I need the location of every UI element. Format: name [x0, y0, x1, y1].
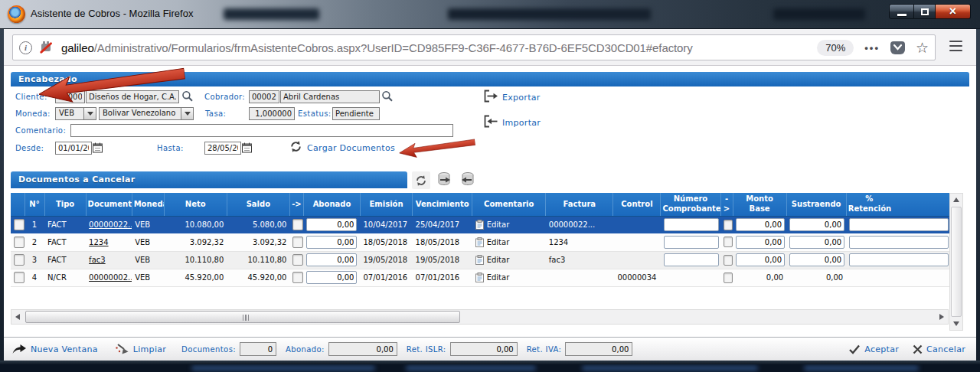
nueva-ventana-button[interactable]: Nueva Ventana: [11, 344, 98, 354]
comprobante-input[interactable]: [664, 236, 719, 249]
monto-base-input[interactable]: [736, 236, 785, 249]
documentos-total-field[interactable]: [240, 342, 276, 356]
moneda-code-dropdown[interactable]: VEB: [55, 107, 96, 120]
apply-checkbox[interactable]: [724, 272, 733, 283]
apply-checkbox[interactable]: [724, 220, 733, 230]
col-control[interactable]: Control: [613, 193, 661, 216]
sustraendo-input[interactable]: [789, 236, 844, 249]
documento-link[interactable]: 00000002...: [89, 273, 132, 282]
apply-checkbox[interactable]: [292, 237, 303, 248]
exportar-icon[interactable]: [484, 90, 498, 106]
editar-link[interactable]: Editar: [487, 273, 510, 282]
url-bar[interactable]: i galileo/Administrativo/Formularios/frm…: [12, 34, 936, 60]
exportar-link[interactable]: Exportar: [502, 93, 541, 103]
col-arrow2[interactable]: ->: [720, 193, 733, 216]
estatus-field[interactable]: [332, 107, 380, 120]
desde-calendar-icon[interactable]: [93, 142, 103, 156]
row-select-checkbox[interactable]: [14, 219, 24, 230]
plugin-blocked-icon[interactable]: [39, 41, 53, 54]
cliente-search-icon[interactable]: [181, 90, 194, 106]
col-arrow1[interactable]: ->: [289, 193, 303, 216]
col-documento[interactable]: Documento: [86, 193, 132, 216]
apply-checkbox[interactable]: [724, 237, 733, 247]
col-factura[interactable]: Factura: [546, 193, 613, 216]
editar-link[interactable]: Editar: [487, 238, 510, 246]
url-text[interactable]: galileo/Administrativo/Formularios/frmAs…: [61, 41, 817, 54]
table-row[interactable]: 2 FACT 1234 VEB 3.092,32 3.092,32 18/05/…: [11, 233, 949, 251]
col-monto-base[interactable]: Monto Base: [733, 193, 786, 216]
sustraendo-input[interactable]: [789, 253, 844, 266]
apply-checkbox[interactable]: [292, 272, 303, 283]
scroll-up-icon[interactable]: [953, 197, 959, 202]
table-row[interactable]: 3 FACT fac3 VEB 10.110,80 10.110,80 19/0…: [11, 251, 949, 269]
scroll-down-icon[interactable]: [953, 321, 959, 326]
close-button[interactable]: ×: [936, 4, 971, 19]
minimize-button[interactable]: [889, 4, 914, 19]
window-titlebar[interactable]: Asistente de Cobros - Mozilla Firefox ×: [0, 0, 980, 29]
scroll-left-icon[interactable]: [15, 314, 20, 320]
col-vencimiento[interactable]: Vencimiento: [413, 193, 472, 216]
importar-icon[interactable]: [484, 115, 498, 131]
moneda-name-dropdown[interactable]: Bolivar Venezolano: [99, 107, 194, 120]
db-export-icon[interactable]: [436, 171, 453, 191]
db-import-icon[interactable]: [459, 171, 476, 191]
documento-link[interactable]: 1234: [89, 238, 108, 246]
monto-base-input[interactable]: [736, 218, 785, 231]
pocket-icon[interactable]: [890, 41, 905, 54]
retencion-input[interactable]: [849, 253, 949, 266]
limpiar-button[interactable]: Limpiar: [115, 343, 166, 355]
page-actions-icon[interactable]: •••: [864, 42, 880, 54]
col-sustraendo[interactable]: Sustraendo: [786, 193, 846, 216]
desde-date-input[interactable]: [55, 142, 92, 155]
row-select-checkbox[interactable]: [14, 254, 24, 266]
col-neto[interactable]: Neto: [164, 193, 227, 216]
cargar-documentos-link[interactable]: Cargar Documentos: [307, 143, 395, 153]
dropdown-arrow-icon[interactable]: [83, 107, 96, 120]
vertical-scroll-thumb[interactable]: [951, 207, 962, 317]
col-comentario[interactable]: Comentario: [472, 193, 546, 216]
cobrador-code-field[interactable]: [249, 90, 279, 103]
abonado-input[interactable]: [306, 253, 357, 266]
aceptar-button[interactable]: Aceptar: [848, 344, 899, 354]
scroll-right-icon[interactable]: [939, 314, 944, 320]
documento-link[interactable]: fac3: [89, 256, 106, 264]
comprobante-input[interactable]: [664, 218, 719, 231]
zoom-level-badge[interactable]: 70%: [817, 40, 854, 56]
cobrador-search-icon[interactable]: [381, 90, 394, 106]
grid-horizontal-scrollbar[interactable]: [11, 309, 949, 325]
ret-iva-field[interactable]: [565, 342, 632, 356]
dropdown-arrow-icon[interactable]: [181, 107, 194, 120]
sustraendo-input[interactable]: [789, 218, 844, 231]
apply-checkbox[interactable]: [724, 255, 733, 266]
apply-checkbox[interactable]: [292, 219, 303, 230]
site-info-icon[interactable]: i: [19, 41, 32, 54]
col-tipo[interactable]: Tipo: [44, 193, 86, 216]
col-abonado[interactable]: Abonado: [303, 193, 360, 216]
row-select-checkbox[interactable]: [14, 272, 24, 283]
apply-checkbox[interactable]: [292, 254, 303, 266]
col-emision[interactable]: Emisión: [361, 193, 413, 216]
abonado-input[interactable]: [306, 218, 357, 231]
cobrador-name-field[interactable]: [280, 90, 380, 103]
cargar-refresh-icon[interactable]: [289, 140, 302, 156]
col-moneda[interactable]: Moneda: [132, 193, 164, 216]
hasta-date-input[interactable]: [204, 142, 241, 155]
row-select-checkbox[interactable]: [14, 237, 24, 248]
monto-base-input[interactable]: [736, 253, 785, 266]
col-select[interactable]: [11, 193, 24, 216]
importar-link[interactable]: Importar: [502, 118, 541, 128]
retencion-input[interactable]: [849, 218, 949, 231]
abonado-input[interactable]: [306, 236, 357, 249]
col-num-comprobante[interactable]: Número Comprobante: [661, 193, 720, 216]
documento-link[interactable]: 00000022...: [89, 220, 132, 229]
col-retencion[interactable]: % Retención: [846, 193, 949, 216]
bookmark-star-icon[interactable]: ☆: [916, 41, 929, 55]
col-saldo[interactable]: Saldo: [227, 193, 289, 216]
horizontal-scroll-thumb[interactable]: [25, 311, 460, 323]
abonado-input[interactable]: [306, 271, 357, 284]
ret-islr-field[interactable]: [450, 342, 518, 356]
cancelar-button[interactable]: Cancelar: [913, 344, 965, 354]
table-row[interactable]: 1 FACT 00000022... VEB 10.080,00 5.080,0…: [11, 216, 949, 233]
tasa-field[interactable]: [249, 107, 295, 120]
maximize-button[interactable]: [914, 4, 936, 19]
